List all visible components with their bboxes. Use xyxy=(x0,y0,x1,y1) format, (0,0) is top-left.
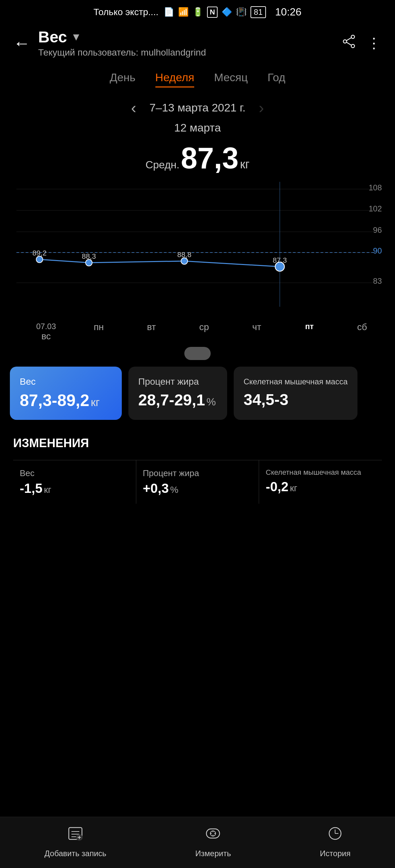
weight-change: Вес -1,5 кг xyxy=(13,460,136,504)
average-weight: Средн. 87,3 кг xyxy=(0,136,395,179)
fat-change-value-group: +0,3 % xyxy=(143,481,252,496)
avg-value: 87,3 xyxy=(181,142,238,175)
avg-unit: кг xyxy=(240,157,250,171)
fat-change-label: Процент жира xyxy=(143,468,252,478)
scroll-dot xyxy=(184,347,211,360)
changes-grid: Вес -1,5 кг Процент жира +0,3 % Скелетна… xyxy=(13,460,382,504)
day-date-fri: пт xyxy=(290,322,329,331)
muscle-change: Скелетная мышечная масса -0,2 кг xyxy=(259,460,382,504)
svg-text:108: 108 xyxy=(369,183,382,192)
measure-icon xyxy=(204,825,222,846)
day-sat: сб xyxy=(342,322,382,342)
wifi-icon: 📶 xyxy=(178,7,189,17)
day-labels: 07.03 вс пн вт ср чт пт сб xyxy=(0,322,395,342)
doc-icon: 📄 xyxy=(164,7,174,17)
muscle-change-label: Скелетная мышечная масса xyxy=(265,468,375,477)
day-thu: чт xyxy=(237,322,277,342)
svg-text:96: 96 xyxy=(373,225,382,235)
fat-card-value: 28,7-29,1 % xyxy=(138,391,217,409)
add-record-icon xyxy=(67,825,84,846)
day-wed: ср xyxy=(184,322,224,342)
svg-point-1 xyxy=(343,40,347,43)
current-user: Текущий пользователь: mulhollandgrind xyxy=(38,48,342,58)
date-range: 7–13 марта 2021 г. xyxy=(149,101,246,114)
nav-measure-label: Измерить xyxy=(195,849,231,858)
header: ← Вес ▼ Текущий пользователь: mulholland… xyxy=(0,21,395,64)
day-date-07: 07.03 xyxy=(26,322,66,331)
tab-year[interactable]: Год xyxy=(267,71,285,88)
muscle-change-value: -0,2 xyxy=(265,479,288,494)
changes-section: ИЗМЕНЕНИЯ Вес -1,5 кг Процент жира +0,3 … xyxy=(0,427,395,514)
day-mon: пн xyxy=(79,322,118,342)
back-button[interactable]: ← xyxy=(13,34,30,52)
fat-percent-card[interactable]: Процент жира 28,7-29,1 % xyxy=(129,367,227,420)
next-period-button[interactable]: › xyxy=(259,99,264,117)
day-tue: вт xyxy=(132,322,171,342)
weight-chart: 108 102 96 90 83 89,2 88,3 88,8 87,3 xyxy=(0,182,395,320)
svg-text:83: 83 xyxy=(373,277,382,285)
weight-card[interactable]: Вес 87,3-89,2 кг xyxy=(10,367,122,420)
status-text: Только экстр.... xyxy=(93,7,158,18)
day-name-tue: вт xyxy=(132,322,171,332)
changes-title: ИЗМЕНЕНИЯ xyxy=(13,436,382,450)
tab-day[interactable]: День xyxy=(110,71,135,88)
nav-add-record-label: Добавить запись xyxy=(45,849,106,858)
weight-change-label: Вес xyxy=(20,468,130,478)
weight-change-value-group: -1,5 кг xyxy=(20,481,130,496)
chart-svg: 108 102 96 90 83 89,2 88,3 88,8 87,3 xyxy=(7,182,388,307)
title-block: Вес ▼ Текущий пользователь: mulhollandgr… xyxy=(38,28,342,58)
svg-point-2 xyxy=(351,44,355,48)
day-name-wed: ср xyxy=(184,322,224,332)
svg-point-21 xyxy=(86,259,92,266)
day-name-sun: вс xyxy=(26,331,66,342)
bluetooth-icon: 🔷 xyxy=(222,7,232,17)
header-actions: ⋮ xyxy=(342,34,382,52)
scroll-indicator xyxy=(0,347,395,360)
muscle-card-value: 34,5-3 xyxy=(244,391,347,409)
share-button[interactable] xyxy=(342,34,356,52)
avg-label: Средн. xyxy=(145,159,179,170)
period-tabs: День Неделя Месяц Год xyxy=(0,64,395,91)
history-icon xyxy=(327,825,344,846)
day-name-mon: пн xyxy=(79,322,118,332)
fat-change: Процент жира +0,3 % xyxy=(136,460,259,504)
bottom-navigation: Добавить запись Измерить История xyxy=(0,817,395,868)
tab-month[interactable]: Месяц xyxy=(214,71,248,88)
selected-date: 12 марта xyxy=(0,119,395,136)
fat-change-value: +0,3 xyxy=(143,481,169,495)
nav-measure[interactable]: Измерить xyxy=(195,825,231,858)
muscle-change-unit: кг xyxy=(290,483,297,493)
muscle-change-value-group: -0,2 кг xyxy=(265,479,375,494)
more-button[interactable]: ⋮ xyxy=(367,34,382,51)
weight-card-label: Вес xyxy=(20,376,112,387)
date-navigation: ‹ 7–13 марта 2021 г. › xyxy=(0,91,395,119)
stats-cards: Вес 87,3-89,2 кг Процент жира 28,7-29,1 … xyxy=(0,360,395,427)
nav-add-record[interactable]: Добавить запись xyxy=(45,825,106,858)
day-fri: пт xyxy=(290,322,329,342)
weight-change-value: -1,5 xyxy=(20,481,43,495)
day-name-sat: сб xyxy=(342,322,382,332)
svg-line-3 xyxy=(347,38,351,41)
svg-point-20 xyxy=(36,256,43,263)
dropdown-icon[interactable]: ▼ xyxy=(71,31,81,43)
prev-period-button[interactable]: ‹ xyxy=(131,99,136,117)
battery-icon: 🔋 xyxy=(193,7,203,17)
day-name-thu: чт xyxy=(237,322,277,332)
svg-point-22 xyxy=(181,258,188,265)
svg-line-4 xyxy=(347,42,351,45)
svg-point-0 xyxy=(351,35,355,38)
page-title: Вес ▼ xyxy=(38,28,342,46)
clock: 10:26 xyxy=(275,6,302,18)
status-icons: 📄 📶 🔋 N 🔷 📳 81 xyxy=(164,6,266,18)
svg-text:90: 90 xyxy=(373,246,382,255)
battery-percent: 81 xyxy=(251,6,266,18)
svg-text:102: 102 xyxy=(369,204,382,213)
muscle-card-label: Скелетная мышечная масса xyxy=(244,376,347,386)
weight-change-unit: кг xyxy=(44,485,51,495)
tab-week[interactable]: Неделя xyxy=(156,71,195,88)
muscle-mass-card[interactable]: Скелетная мышечная масса 34,5-3 xyxy=(234,367,358,420)
fat-card-label: Процент жира xyxy=(138,376,217,387)
nfc-icon: N xyxy=(207,7,218,18)
day-sun: 07.03 вс xyxy=(26,322,66,342)
nav-history[interactable]: История xyxy=(320,825,350,858)
